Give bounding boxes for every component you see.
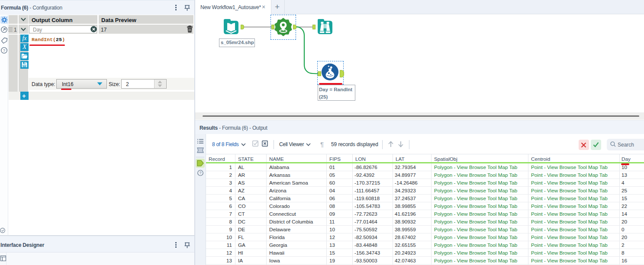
svg-text:?: ? bbox=[200, 171, 202, 175]
svg-text:?: ? bbox=[3, 48, 5, 53]
